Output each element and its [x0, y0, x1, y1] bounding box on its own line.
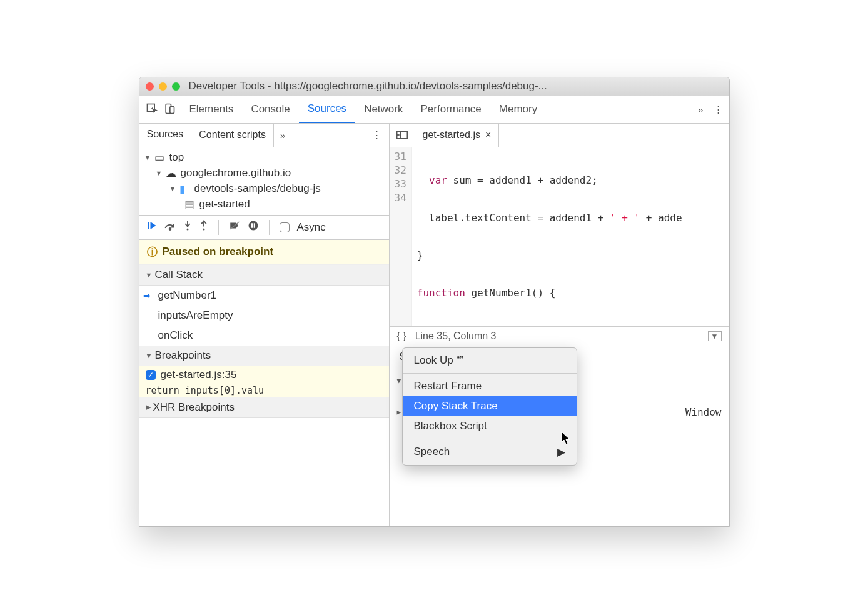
tree-label: devtools-samples/debug-js — [194, 182, 321, 195]
folder-icon: ▮ — [179, 182, 191, 196]
close-icon[interactable]: × — [485, 129, 491, 141]
deactivate-breakpoints-icon[interactable] — [229, 220, 240, 234]
xhr-breakpoints-header[interactable]: ▶ XHR Breakpoints — [139, 397, 389, 418]
navigator-tabs: Sources Content scripts » ⋮ — [139, 124, 389, 147]
navtab-sources[interactable]: Sources — [139, 123, 192, 147]
traffic-lights — [146, 82, 180, 91]
menu-blackbox-script[interactable]: Blackbox Script — [403, 416, 577, 436]
titlebar: Developer Tools - https://googlechrome.g… — [139, 77, 729, 96]
breakpoints-header[interactable]: ▼ Breakpoints — [139, 346, 389, 366]
inspect-icon[interactable] — [146, 102, 159, 116]
file-tab[interactable]: get-started.js × — [415, 123, 500, 147]
svg-rect-9 — [251, 223, 253, 228]
resume-icon[interactable] — [146, 220, 157, 234]
menu-restart-frame[interactable]: Restart Frame — [403, 376, 577, 396]
svg-point-5 — [186, 229, 188, 231]
left-panel: Sources Content scripts » ⋮ ▼ ▭ top ▼ ☁ … — [139, 124, 390, 526]
callstack-header[interactable]: ▼ Call Stack — [139, 265, 389, 286]
step-over-icon[interactable] — [164, 221, 176, 234]
toggle-navigator-icon[interactable] — [390, 123, 415, 147]
editor-status: { } Line 35, Column 3 ▼ — [390, 326, 729, 346]
kebab-icon[interactable]: ⋮ — [365, 129, 389, 141]
callstack-item[interactable]: getNumber1 — [139, 286, 389, 306]
tree-folder[interactable]: ▼ ▮ devtools-samples/debug-js — [139, 181, 389, 197]
breakpoint-item[interactable]: ✓ get-started.js:35 — [139, 366, 389, 384]
tree-label: top — [169, 151, 184, 164]
device-icon[interactable] — [163, 102, 177, 116]
svg-point-4 — [169, 228, 171, 230]
svg-rect-2 — [169, 107, 174, 114]
minimize-icon[interactable] — [159, 82, 167, 91]
cursor-position: Line 35, Column 3 — [415, 331, 497, 342]
submenu-arrow-icon: ▶ — [557, 446, 565, 459]
file-icon: ▤ — [184, 198, 196, 211]
async-label: Async — [297, 221, 326, 234]
debugger-toolbar: Async — [139, 215, 389, 240]
cloud-icon: ☁ — [166, 167, 177, 180]
tab-network[interactable]: Network — [355, 96, 411, 123]
callstack-item[interactable]: inputsAreEmpty — [139, 306, 389, 326]
editor-header: get-started.js × — [390, 124, 729, 147]
code-editor[interactable]: 31 32 33 34 var sum = addend1 + addend2;… — [390, 147, 729, 326]
tab-elements[interactable]: Elements — [181, 96, 243, 123]
window-icon: ▭ — [154, 151, 166, 164]
tree-label: get-started — [199, 198, 250, 211]
menu-speech[interactable]: Speech▶ — [403, 442, 577, 462]
navtab-content-scripts[interactable]: Content scripts — [191, 123, 274, 147]
tree-top[interactable]: ▼ ▭ top — [139, 150, 389, 166]
pause-exceptions-icon[interactable] — [248, 220, 259, 234]
tab-sources[interactable]: Sources — [299, 96, 355, 123]
overflow-icon[interactable]: » — [698, 104, 703, 115]
tab-console[interactable]: Console — [242, 96, 298, 123]
menu-copy-stack-trace[interactable]: Copy Stack Trace — [403, 396, 577, 416]
context-menu: Look Up “” Restart Frame Copy Stack Trac… — [402, 347, 577, 466]
file-tab-label: get-started.js — [423, 129, 480, 141]
breakpoint-code: return inputs[0].valu — [139, 384, 389, 397]
dropdown-icon[interactable]: ▼ — [708, 331, 722, 341]
svg-rect-10 — [253, 223, 255, 228]
async-checkbox[interactable] — [280, 222, 290, 232]
info-icon: ⓘ — [147, 245, 158, 259]
svg-point-6 — [203, 229, 204, 231]
close-icon[interactable] — [146, 82, 154, 91]
right-panel: get-started.js × 31 32 33 34 var sum = a… — [390, 124, 729, 526]
checkbox-icon[interactable]: ✓ — [146, 370, 156, 380]
svg-point-8 — [248, 221, 258, 231]
gutter: 31 32 33 34 — [390, 147, 412, 326]
devtools-window: Developer Tools - https://googlechrome.g… — [139, 77, 730, 527]
kebab-icon[interactable]: ⋮ — [714, 104, 723, 115]
callstack-item[interactable]: onClick — [139, 326, 389, 346]
overflow-icon[interactable]: » — [274, 130, 291, 141]
svg-rect-3 — [148, 222, 149, 229]
format-icon[interactable]: { } — [397, 331, 406, 342]
menu-look-up[interactable]: Look Up “” — [403, 351, 577, 371]
tab-performance[interactable]: Performance — [411, 96, 490, 123]
file-tree: ▼ ▭ top ▼ ☁ googlechrome.github.io ▼ ▮ d… — [139, 147, 389, 215]
main-tabs: Elements Console Sources Network Perform… — [139, 96, 729, 124]
tree-file[interactable]: ▤ get-started — [139, 197, 389, 212]
code-lines[interactable]: var sum = addend1 + addend2; label.textC… — [412, 147, 687, 326]
tree-label: googlechrome.github.io — [181, 167, 291, 179]
step-into-icon[interactable] — [183, 220, 192, 234]
step-out-icon[interactable] — [199, 220, 208, 234]
paused-message: ⓘ Paused on breakpoint — [139, 240, 389, 265]
tree-origin[interactable]: ▼ ☁ googlechrome.github.io — [139, 166, 389, 181]
maximize-icon[interactable] — [172, 82, 180, 91]
window-title: Developer Tools - https://googlechrome.g… — [189, 80, 547, 92]
tab-memory[interactable]: Memory — [490, 96, 546, 123]
